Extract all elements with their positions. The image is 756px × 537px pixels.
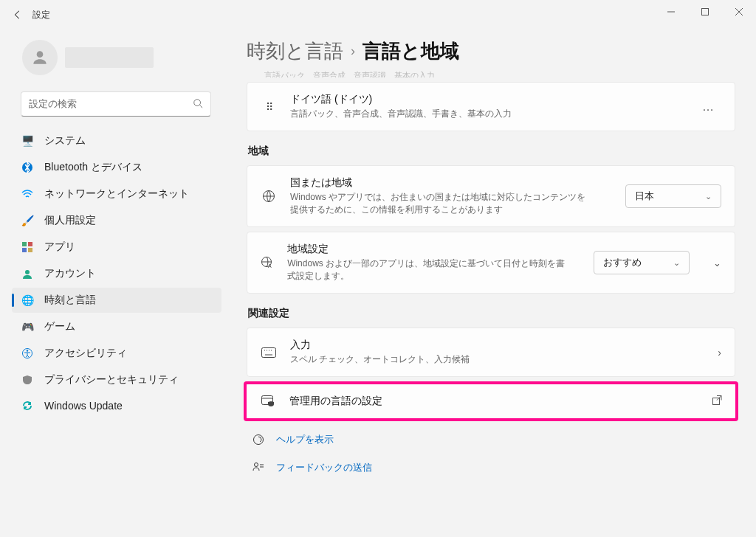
admin-title: 管理用の言語の設定 <box>289 395 382 408</box>
user-block[interactable] <box>12 35 221 87</box>
bluetooth-icon <box>21 162 34 173</box>
svg-point-12 <box>27 350 28 351</box>
chevron-down-icon: ⌄ <box>673 258 680 268</box>
svg-rect-6 <box>22 242 27 246</box>
search-input[interactable]: 設定の検索 <box>21 91 211 117</box>
region-title: 国または地域 <box>290 176 585 190</box>
svg-rect-9 <box>28 248 32 252</box>
main-content: 時刻と言語 › 言語と地域 言語パック、音声合成、音声認識、基本の入力 ⠿ ドイ… <box>221 30 756 537</box>
breadcrumb-parent[interactable]: 時刻と言語 <box>247 38 343 64</box>
brush-icon: 🖌️ <box>21 215 34 226</box>
truncated-prev-card: 言語パック、音声合成、音声認識、基本の入力 <box>247 70 735 77</box>
breadcrumb: 時刻と言語 › 言語と地域 <box>247 38 735 64</box>
nav-accessibility[interactable]: アクセシビリティ <box>12 341 221 366</box>
globe-text-icon: A <box>261 256 274 269</box>
svg-rect-8 <box>22 248 27 252</box>
breadcrumb-current: 言語と地域 <box>362 38 459 64</box>
nav-privacy[interactable]: プライバシーとセキュリティ <box>12 367 221 392</box>
help-icon <box>251 434 266 446</box>
svg-point-26 <box>255 463 258 467</box>
svg-rect-1 <box>702 9 709 15</box>
expand-chevron-icon[interactable]: ⌄ <box>713 257 721 268</box>
nav-time-language[interactable]: 🌐時刻と言語 <box>12 288 221 313</box>
svg-text:A: A <box>268 263 272 268</box>
wifi-icon <box>21 190 34 198</box>
input-desc: スペル チェック、オートコレクト、入力候補 <box>290 353 470 366</box>
locale-desc: Windows および一部のアプリは、地域設定に基づいて日付と時刻を書式設定しま… <box>287 257 567 283</box>
close-button[interactable] <box>722 0 756 24</box>
region-dropdown[interactable]: 日本 ⌄ <box>625 184 721 208</box>
svg-rect-16 <box>262 347 276 357</box>
nav-system[interactable]: 🖥️システム <box>12 128 221 153</box>
help-link[interactable]: ヘルプを表示 <box>247 426 735 454</box>
globe-clock-icon: 🌐 <box>21 294 34 306</box>
locale-title: 地域設定 <box>287 243 567 256</box>
window-shield-icon <box>260 395 276 407</box>
system-icon: 🖥️ <box>21 135 34 147</box>
drag-handle-icon[interactable]: ⠿ <box>261 101 277 113</box>
shield-icon <box>21 375 34 385</box>
nav-personalization[interactable]: 🖌️個人用設定 <box>12 208 221 233</box>
svg-line-4 <box>200 105 203 108</box>
external-link-icon <box>712 395 722 407</box>
window-title: 設定 <box>32 9 50 21</box>
nav-network[interactable]: ネットワークとインターネット <box>12 181 221 207</box>
svg-point-10 <box>25 270 30 274</box>
locale-card[interactable]: A 地域設定 Windows および一部のアプリは、地域設定に基づいて日付と時刻… <box>247 232 735 294</box>
more-button[interactable]: … <box>696 97 721 117</box>
gamepad-icon: 🎮 <box>21 321 34 333</box>
search-icon <box>193 98 203 111</box>
accessibility-icon <box>21 348 34 358</box>
section-related: 関連設定 <box>248 307 735 320</box>
account-icon <box>21 268 34 279</box>
apps-icon <box>21 242 34 252</box>
input-title: 入力 <box>290 339 470 352</box>
nav-gaming[interactable]: 🎮ゲーム <box>12 314 221 339</box>
language-card-german[interactable]: ⠿ ドイツ語 (ドイツ) 言語パック、音声合成、音声認識、手書き、基本の入力 … <box>247 82 735 131</box>
user-name-placeholder <box>65 47 154 68</box>
maximize-button[interactable] <box>688 0 722 24</box>
sidebar: 設定の検索 🖥️システム Bluetooth とデバイス ネットワークとインター… <box>0 30 221 537</box>
locale-dropdown[interactable]: おすすめ ⌄ <box>594 251 690 274</box>
input-settings-card[interactable]: 入力 スペル チェック、オートコレクト、入力候補 › <box>247 328 735 377</box>
search-placeholder: 設定の検索 <box>29 97 193 111</box>
feedback-link[interactable]: フィードバックの送信 <box>247 454 735 482</box>
admin-language-card[interactable]: 管理用の言語の設定 <box>247 384 735 418</box>
avatar <box>22 40 58 75</box>
nav-apps[interactable]: アプリ <box>12 235 221 260</box>
svg-point-25 <box>254 435 264 445</box>
minimize-button[interactable] <box>654 0 688 24</box>
chevron-down-icon: ⌄ <box>705 192 712 201</box>
highlight-box: 管理用の言語の設定 <box>244 381 738 421</box>
keyboard-icon <box>261 347 277 358</box>
nav-accounts[interactable]: アカウント <box>12 261 221 286</box>
region-card[interactable]: 国または地域 Windows やアプリでは、お住まいの国または地域に対応したコン… <box>247 165 735 227</box>
globe-icon <box>261 190 277 203</box>
chevron-right-icon: › <box>718 347 721 358</box>
svg-rect-7 <box>28 242 32 246</box>
update-icon <box>21 401 34 411</box>
language-title: ドイツ語 (ドイツ) <box>290 93 512 106</box>
svg-point-2 <box>37 51 44 58</box>
back-button[interactable] <box>6 3 30 27</box>
language-desc: 言語パック、音声合成、音声認識、手書き、基本の入力 <box>290 108 512 120</box>
section-region: 地域 <box>248 145 735 158</box>
region-desc: Windows やアプリでは、お住まいの国または地域に対応したコンテンツを提供す… <box>290 191 585 216</box>
nav-windows-update[interactable]: Windows Update <box>12 394 221 418</box>
feedback-icon <box>251 462 266 474</box>
chevron-right-icon: › <box>351 44 355 59</box>
svg-point-3 <box>194 99 201 105</box>
nav-bluetooth[interactable]: Bluetooth とデバイス <box>12 155 221 180</box>
